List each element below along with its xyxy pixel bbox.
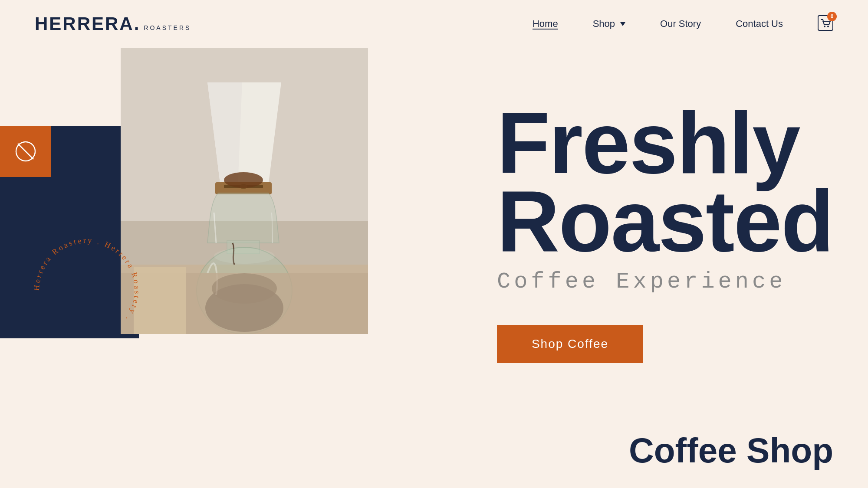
chevron-down-icon: [620, 22, 625, 26]
nav-shop[interactable]: Shop: [593, 18, 625, 29]
cart-button[interactable]: 0: [818, 15, 833, 33]
rotating-text-container: Herrera Roastery . Herrera Roastery .: [26, 230, 148, 351]
hero-title: Freshly Roasted: [497, 104, 833, 260]
svg-line-4: [18, 144, 33, 159]
coffee-shop-label: Coffee Shop: [629, 431, 833, 471]
hero-image: [121, 48, 368, 334]
logo-brand-name: HERRERA.: [35, 13, 140, 34]
logo-brand-sub: ROASTERS: [144, 24, 191, 31]
hero-section: Herrera Roastery . Herrera Roastery .: [0, 48, 868, 488]
hero-subtitle: Coffee Experience: [497, 269, 833, 295]
chemex-illustration: [121, 48, 368, 334]
shop-coffee-button[interactable]: Shop Coffee: [497, 325, 643, 363]
cart-badge: 0: [827, 12, 837, 21]
rotating-text-svg: Herrera Roastery . Herrera Roastery .: [26, 230, 148, 351]
svg-point-2: [827, 26, 829, 27]
svg-point-18: [224, 172, 263, 188]
nav-our-story[interactable]: Our Story: [660, 18, 701, 29]
svg-text:Herrera Roastery . Herrera Roa: Herrera Roastery . Herrera Roastery .: [32, 236, 141, 324]
nav-links: Home Shop Our Story Contact Us 0: [533, 15, 833, 33]
orange-accent-block: [0, 126, 51, 177]
nav-contact[interactable]: Contact Us: [736, 18, 783, 29]
svg-point-1: [824, 26, 825, 27]
coffee-bean-icon: [13, 138, 39, 164]
nav-home[interactable]: Home: [533, 18, 558, 29]
svg-point-19: [214, 248, 275, 264]
hero-text-area: Freshly Roasted Coffee Experience Shop C…: [497, 104, 833, 363]
navbar: HERRERA. ROASTERS Home Shop Our Story Co…: [0, 0, 868, 48]
logo[interactable]: HERRERA. ROASTERS: [35, 13, 191, 34]
